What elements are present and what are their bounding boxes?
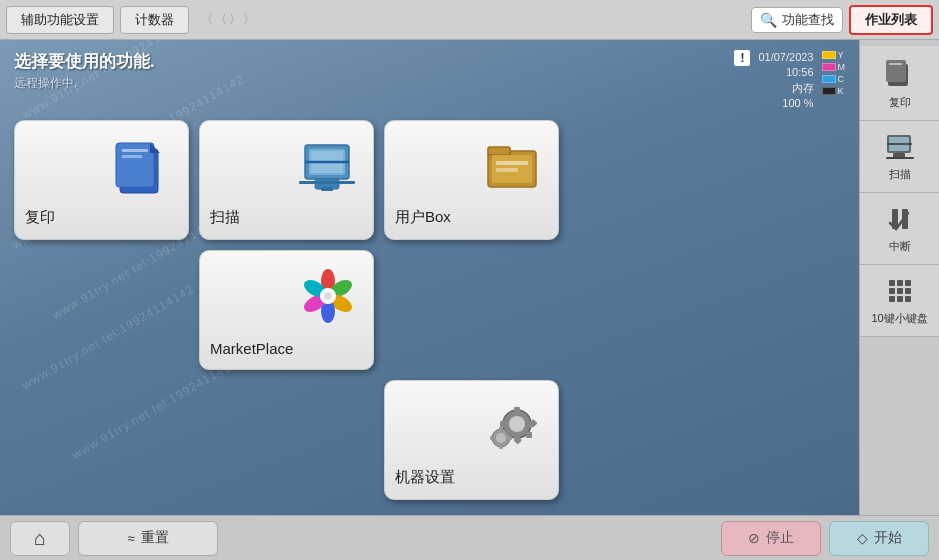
main-status-sub: 远程操作中. [14, 75, 155, 92]
home-button[interactable]: ⌂ [10, 521, 70, 556]
start-button[interactable]: ◇ 开始 [829, 521, 929, 556]
status-info-area: ! 01/07/2023 10:56 内存 100 % Y M [730, 50, 845, 112]
top-toolbar: 辅助功能设置 计数器 〈〈〉〉 🔍 功能查找 作业列表 [0, 0, 939, 40]
marketplace-icon-area [293, 261, 363, 331]
app-grid: 复印 扫描 [14, 120, 845, 500]
app-tile-scan[interactable]: 扫描 [199, 120, 374, 240]
numpad-sidebar-icon [884, 275, 916, 311]
stop-label: 停止 [766, 529, 794, 547]
scan-icon-area [293, 131, 363, 201]
settings-icon-area [478, 391, 548, 461]
svg-rect-56 [889, 288, 895, 294]
copy-icon [112, 135, 174, 197]
svg-rect-32 [500, 421, 506, 427]
color-y: Y [822, 50, 846, 60]
svg-rect-3 [122, 155, 142, 158]
sidebar-item-interrupt[interactable]: 中断 [860, 193, 939, 265]
svg-rect-60 [897, 296, 903, 302]
svg-rect-55 [905, 280, 911, 286]
scan-label: 扫描 [210, 208, 240, 227]
svg-point-38 [496, 433, 506, 443]
app-tile-settings[interactable]: 机器设置 [384, 380, 559, 500]
sidebar-item-scan[interactable]: 扫描 [860, 121, 939, 193]
svg-point-26 [324, 292, 332, 300]
sidebar-numpad-label: 10键小键盘 [871, 311, 927, 326]
sidebar-scan-label: 扫描 [889, 167, 911, 182]
userbox-icon-area [478, 131, 548, 201]
reset-label: 重置 [141, 529, 169, 547]
color-block-m [822, 63, 836, 71]
userbox-label: 用户Box [395, 208, 451, 227]
start-icon: ◇ [857, 530, 868, 546]
status-bar: 选择要使用的功能. 远程操作中. ! 01/07/2023 10:56 内存 1… [14, 50, 845, 112]
svg-rect-34 [526, 432, 532, 438]
stop-button[interactable]: ⊘ 停止 [721, 521, 821, 556]
interrupt-sidebar-icon [884, 203, 916, 239]
svg-rect-17 [496, 168, 518, 172]
svg-rect-50 [886, 157, 914, 159]
svg-rect-54 [897, 280, 903, 286]
settings-label: 机器设置 [395, 468, 455, 487]
counter-button[interactable]: 计数器 [120, 6, 189, 34]
copy-sidebar-icon [884, 56, 916, 95]
userbox-icon [482, 135, 544, 197]
reset-button[interactable]: ≈ 重置 [78, 521, 218, 556]
svg-rect-41 [508, 436, 512, 440]
svg-rect-11 [321, 187, 333, 191]
copy-icon-area [108, 131, 178, 201]
time-display: 10:56 [758, 65, 813, 80]
svg-rect-14 [488, 147, 510, 155]
color-k: K [822, 86, 846, 96]
reset-icon: ≈ [127, 531, 134, 546]
handle-indicator: 〈〈〉〉 [195, 11, 263, 28]
right-sidebar: 复印 扫描 [859, 40, 939, 515]
marketplace-label: MarketPlace [210, 340, 293, 357]
stop-icon: ⊘ [748, 530, 760, 546]
color-label-k: K [838, 86, 844, 96]
scan-sidebar-icon [884, 131, 916, 167]
color-indicators: Y M C K [822, 50, 846, 96]
search-icon: 🔍 [760, 12, 777, 28]
bottom-toolbar: ⌂ ≈ 重置 ⊘ 停止 ◇ 开始 [0, 515, 939, 560]
main-area: www.91try.net tel:19924114142 www.91try.… [0, 40, 939, 515]
color-label-y: Y [838, 50, 844, 60]
memory-display: 内存 [758, 81, 813, 96]
sidebar-item-copy[interactable]: 复印 [860, 46, 939, 121]
svg-rect-61 [905, 296, 911, 302]
svg-rect-29 [514, 407, 520, 413]
sidebar-copy-label: 复印 [889, 95, 911, 110]
home-icon: ⌂ [34, 527, 46, 550]
color-block-c [822, 75, 836, 83]
date-display: 01/07/2023 [758, 50, 813, 65]
job-list-button[interactable]: 作业列表 [849, 5, 933, 35]
svg-rect-40 [499, 445, 503, 449]
settings-icon [479, 392, 547, 460]
alert-badge[interactable]: ! [734, 50, 750, 66]
app-tile-copy[interactable]: 复印 [14, 120, 189, 240]
svg-point-28 [509, 416, 525, 432]
function-search-area[interactable]: 🔍 功能查找 [751, 7, 843, 33]
sidebar-item-numpad[interactable]: 10键小键盘 [860, 265, 939, 337]
copy-label: 复印 [25, 208, 55, 227]
color-m: M [822, 62, 846, 72]
color-block-k [822, 87, 836, 95]
app-tile-userbox[interactable]: 用户Box [384, 120, 559, 240]
svg-rect-12 [299, 181, 355, 184]
memory-value: 100 % [758, 96, 813, 111]
svg-rect-45 [889, 63, 902, 65]
assist-settings-button[interactable]: 辅助功能设置 [6, 6, 114, 34]
marketplace-icon [298, 266, 358, 326]
scan-icon [297, 135, 359, 197]
datetime-display: 01/07/2023 10:56 内存 100 % [758, 50, 813, 112]
svg-rect-2 [122, 149, 148, 152]
svg-rect-39 [499, 427, 503, 431]
svg-rect-57 [897, 288, 903, 294]
color-label-m: M [838, 62, 846, 72]
status-text-area: 选择要使用的功能. 远程操作中. [14, 50, 155, 92]
svg-rect-59 [889, 296, 895, 302]
svg-marker-4 [150, 143, 160, 153]
svg-rect-53 [889, 280, 895, 286]
app-tile-marketplace[interactable]: MarketPlace [199, 250, 374, 370]
svg-rect-58 [905, 288, 911, 294]
color-label-c: C [838, 74, 845, 84]
